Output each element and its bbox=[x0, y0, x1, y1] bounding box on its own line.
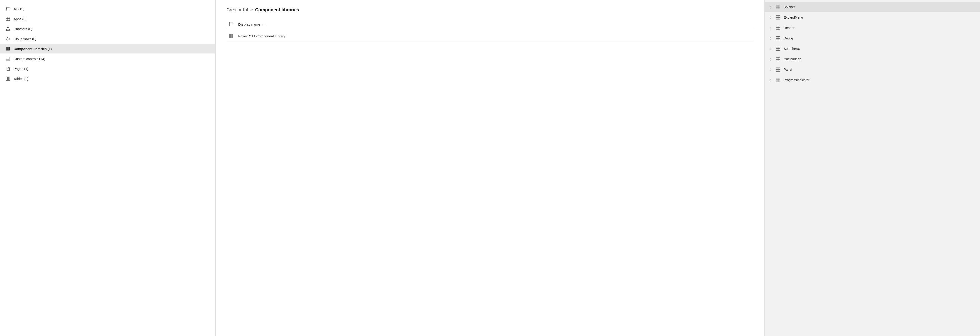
svg-rect-61 bbox=[776, 57, 778, 59]
svg-rect-38 bbox=[231, 34, 232, 38]
sidebar-item-custom-controls-label: Custom controls (14) bbox=[14, 57, 210, 61]
svg-rect-16 bbox=[7, 47, 7, 50]
svg-rect-18 bbox=[8, 47, 9, 50]
sort-arrows[interactable]: ↑ ↓ bbox=[262, 23, 266, 26]
breadcrumb-parent[interactable]: Creator Kit bbox=[226, 7, 248, 13]
app-layout: All (19) Apps (3) bbox=[0, 0, 980, 336]
svg-point-10 bbox=[7, 27, 9, 29]
svg-rect-48 bbox=[778, 17, 780, 19]
svg-rect-71 bbox=[776, 80, 778, 82]
svg-rect-56 bbox=[778, 38, 780, 40]
svg-rect-39 bbox=[232, 34, 232, 38]
svg-rect-72 bbox=[778, 80, 780, 82]
svg-rect-36 bbox=[230, 34, 230, 38]
right-nav-item-dialog-label: Dialog bbox=[784, 36, 975, 40]
svg-rect-62 bbox=[778, 57, 780, 59]
right-nav-item-panel-label: Panel bbox=[784, 68, 975, 71]
svg-text:Abc: Abc bbox=[6, 58, 9, 60]
sidebar-item-all-label: All (19) bbox=[14, 7, 210, 11]
right-nav-item-customicon[interactable]: 〉 CustomIcon bbox=[765, 54, 980, 64]
svg-rect-63 bbox=[776, 59, 778, 61]
svg-rect-15 bbox=[6, 47, 6, 50]
svg-rect-66 bbox=[778, 68, 780, 69]
sidebar-item-chatbots-label: Chatbots (0) bbox=[14, 27, 210, 31]
tables-icon bbox=[5, 76, 10, 81]
right-nav-item-progressindicator-label: ProgressIndicator bbox=[784, 78, 975, 82]
chevron-right-icon-spinner: 〉 bbox=[769, 5, 772, 9]
sort-down-arrow[interactable]: ↓ bbox=[264, 23, 266, 26]
right-nav-item-header[interactable]: 〉 Header bbox=[765, 23, 980, 33]
svg-rect-49 bbox=[776, 26, 778, 28]
svg-rect-37 bbox=[231, 34, 231, 38]
svg-rect-58 bbox=[778, 47, 780, 49]
svg-rect-40 bbox=[233, 34, 233, 38]
svg-rect-54 bbox=[778, 36, 780, 38]
chevron-right-icon-progressindicator: 〉 bbox=[769, 78, 772, 82]
row-component-library-icon bbox=[226, 33, 235, 38]
right-nav-item-panel[interactable]: 〉 Panel bbox=[765, 64, 980, 75]
svg-rect-12 bbox=[6, 29, 10, 30]
table-column-header[interactable]: Display name ↑ ↓ bbox=[238, 22, 266, 26]
sidebar-item-chatbots[interactable]: Chatbots (0) bbox=[0, 24, 215, 33]
table-header: Display name ↑ ↓ bbox=[226, 20, 754, 29]
sidebar-item-custom-controls[interactable]: Abc Custom controls (14) bbox=[0, 54, 215, 63]
sidebar-item-apps-label: Apps (3) bbox=[14, 17, 210, 21]
breadcrumb-separator: > bbox=[250, 8, 253, 12]
right-nav-item-spinner[interactable]: 〉 Spinner bbox=[765, 2, 980, 12]
svg-rect-8 bbox=[6, 19, 8, 21]
svg-rect-47 bbox=[776, 17, 778, 19]
list-icon bbox=[5, 6, 10, 11]
right-nav-item-progressindicator[interactable]: 〉 ProgressIndicator bbox=[765, 75, 980, 85]
sidebar-item-tables[interactable]: Tables (0) bbox=[0, 74, 215, 83]
svg-rect-57 bbox=[776, 47, 778, 49]
svg-rect-46 bbox=[778, 16, 780, 17]
pages-icon bbox=[5, 66, 10, 71]
chevron-right-icon-header: 〉 bbox=[769, 26, 772, 29]
svg-rect-9 bbox=[8, 19, 10, 21]
svg-rect-41 bbox=[776, 5, 778, 7]
svg-rect-43 bbox=[776, 7, 778, 9]
table-header-icon bbox=[226, 22, 235, 27]
breadcrumb: Creator Kit > Component libraries bbox=[226, 7, 754, 13]
svg-rect-69 bbox=[776, 78, 778, 80]
svg-rect-53 bbox=[776, 36, 778, 38]
row-name-label: Power CAT Component Library bbox=[238, 34, 285, 38]
right-sidebar: 〉 Spinner 〉 ExpandM bbox=[764, 0, 980, 336]
sidebar-item-component-libraries[interactable]: Component libraries (1) bbox=[0, 44, 215, 54]
apps-icon bbox=[5, 16, 10, 21]
svg-rect-50 bbox=[778, 26, 780, 28]
right-nav-item-expandmenu-label: ExpandMenu bbox=[784, 16, 975, 19]
svg-point-13 bbox=[7, 30, 8, 30]
left-sidebar: All (19) Apps (3) bbox=[0, 0, 216, 336]
svg-rect-67 bbox=[776, 70, 778, 71]
svg-point-11 bbox=[8, 27, 8, 27]
sidebar-item-apps[interactable]: Apps (3) bbox=[0, 14, 215, 24]
right-nav-item-expandmenu[interactable]: 〉 ExpandMenu bbox=[765, 12, 980, 23]
svg-rect-68 bbox=[778, 70, 780, 71]
dialog-component-icon bbox=[776, 36, 781, 41]
right-nav-item-customicon-label: CustomIcon bbox=[784, 57, 975, 61]
component-libraries-icon bbox=[5, 46, 10, 51]
right-nav-item-searchbox[interactable]: 〉 SearchBox bbox=[765, 43, 980, 54]
svg-rect-44 bbox=[778, 7, 780, 9]
svg-rect-35 bbox=[229, 34, 229, 38]
sidebar-item-pages[interactable]: Pages (1) bbox=[0, 64, 215, 73]
svg-rect-17 bbox=[8, 47, 8, 50]
svg-rect-31 bbox=[229, 24, 230, 24]
sidebar-item-cloud-flows-label: Cloud flows (0) bbox=[14, 37, 210, 41]
svg-rect-65 bbox=[776, 68, 778, 69]
spinner-component-icon bbox=[776, 5, 781, 10]
sidebar-item-component-libraries-label: Component libraries (1) bbox=[14, 47, 210, 51]
svg-rect-3 bbox=[6, 8, 7, 8]
right-nav-item-dialog[interactable]: 〉 Dialog bbox=[765, 33, 980, 43]
sort-up-arrow[interactable]: ↑ bbox=[262, 23, 264, 26]
custom-controls-icon: Abc bbox=[5, 56, 10, 61]
sidebar-item-all[interactable]: All (19) bbox=[0, 4, 215, 14]
right-nav-item-searchbox-label: SearchBox bbox=[784, 47, 975, 51]
table-row[interactable]: Power CAT Component Library bbox=[226, 31, 754, 41]
svg-rect-4 bbox=[6, 9, 7, 9]
sidebar-item-cloud-flows[interactable]: Cloud flows (0) bbox=[0, 34, 215, 43]
sidebar-item-pages-label: Pages (1) bbox=[14, 67, 210, 71]
breadcrumb-current: Component libraries bbox=[255, 7, 299, 13]
svg-rect-52 bbox=[778, 28, 780, 30]
